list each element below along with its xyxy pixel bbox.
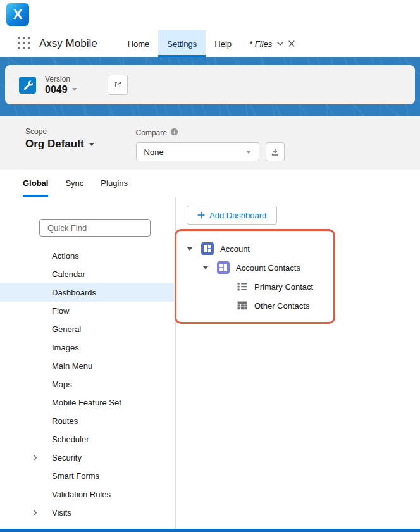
sidebar-item-validation-rules[interactable]: Validation Rules: [0, 485, 175, 504]
version-value: 0049: [45, 84, 68, 96]
sidebar-list: Actions Calendar Dashboards Flow General…: [0, 247, 175, 522]
tree-item-primary-contact[interactable]: Primary Contact: [176, 277, 333, 296]
setup-wrench-icon: [19, 77, 36, 94]
tree-item-account-contacts[interactable]: Account Contacts: [176, 258, 333, 277]
scope-value: Org Default: [25, 138, 84, 151]
plus-icon: [197, 211, 205, 219]
expand-caret-icon[interactable]: [187, 247, 193, 251]
sidebar-item-label: Scheduler: [52, 435, 89, 444]
annotation-highlight-box: Account Account Contacts: [175, 229, 335, 324]
add-dashboard-button[interactable]: Add Dashboard: [187, 206, 277, 225]
sidebar-item-label: Flow: [52, 306, 69, 316]
account-contacts-object-icon: [217, 261, 230, 274]
download-icon: [271, 147, 280, 156]
version-label: Version: [45, 75, 77, 84]
sidebar-item-visits[interactable]: Visits: [0, 504, 175, 522]
sidebar-item-label: General: [52, 325, 81, 334]
sidebar-item-images[interactable]: Images: [0, 338, 175, 357]
sidebar-item-label: Visits: [52, 508, 71, 517]
tab-files-label: * Files: [249, 39, 272, 49]
tab-files[interactable]: * Files: [240, 30, 304, 57]
caret-down-icon: [72, 88, 77, 91]
app-logo-icon[interactable]: X: [6, 3, 29, 26]
setup-banner: Version 0049: [0, 57, 420, 116]
sidebar-item-mobile-feature-set[interactable]: Mobile Feature Set: [0, 393, 175, 412]
compare-select-value: None: [144, 147, 164, 157]
sidebar-item-label: Main Menu: [52, 361, 92, 371]
tree-item-label: Other Contacts: [254, 301, 309, 311]
sidebar-item-actions[interactable]: Actions: [0, 247, 175, 265]
global-header: Axsy Mobile Home Settings Help * Files: [0, 30, 420, 57]
tree-item-label: Account Contacts: [236, 263, 300, 273]
table-icon: [236, 299, 249, 312]
download-button[interactable]: [266, 142, 285, 161]
scope-label: Scope: [25, 127, 94, 136]
sidebar-item-label: Routes: [52, 416, 78, 426]
quick-find-input[interactable]: [39, 219, 151, 237]
version-bar: Version 0049: [5, 65, 415, 104]
sidebar-item-label: Smart Forms: [52, 471, 99, 481]
caret-down-icon: [89, 143, 94, 146]
scope-block: Scope Org Default: [25, 127, 94, 170]
sidebar-item-smart-forms[interactable]: Smart Forms: [0, 467, 175, 485]
chevron-down-icon[interactable]: [277, 42, 283, 46]
sidebar-item-dashboards[interactable]: Dashboards: [0, 283, 175, 302]
scope-selector[interactable]: Org Default: [25, 138, 94, 151]
toolbar: Scope Org Default Compare None: [0, 116, 420, 170]
compare-select[interactable]: None: [136, 142, 259, 161]
new-window-icon: [113, 80, 122, 89]
sidebar-item-label: Actions: [52, 251, 79, 261]
version-selector[interactable]: 0049: [45, 84, 77, 96]
logo-letter: X: [13, 6, 23, 23]
chevron-right-icon[interactable]: [32, 509, 38, 516]
app-launcher-icon[interactable]: [18, 37, 32, 51]
sidebar-item-label: Validation Rules: [52, 490, 111, 499]
sidebar-item-flow[interactable]: Flow: [0, 302, 175, 320]
open-in-new-window-button[interactable]: [108, 75, 128, 95]
account-object-icon: [201, 242, 214, 255]
compare-label: Compare: [136, 128, 167, 137]
tab-sync[interactable]: Sync: [65, 170, 83, 197]
sidebar-item-label: Calendar: [52, 269, 85, 279]
caret-down-icon: [246, 151, 251, 154]
sidebar-item-security[interactable]: Security: [0, 448, 175, 467]
sidebar-item-label: Security: [52, 453, 82, 462]
sidebar-item-label: Images: [52, 343, 79, 352]
sidebar-item-label: Maps: [52, 380, 72, 389]
chevron-right-icon[interactable]: [32, 454, 38, 461]
tab-help[interactable]: Help: [206, 30, 240, 57]
sidebar-item-label: Mobile Feature Set: [52, 398, 121, 407]
sidebar-item-routes[interactable]: Routes: [0, 412, 175, 430]
tree-item-account[interactable]: Account: [176, 239, 333, 258]
settings-sidebar: Actions Calendar Dashboards Flow General…: [0, 197, 176, 529]
dashboards-panel: Add Dashboard Account Account Contacts: [176, 197, 420, 529]
tab-home[interactable]: Home: [119, 30, 159, 57]
tree-item-label: Primary Contact: [254, 282, 313, 292]
sidebar-item-scheduler[interactable]: Scheduler: [0, 430, 175, 448]
app-name: Axsy Mobile: [39, 37, 97, 50]
close-icon[interactable]: [288, 40, 295, 47]
compare-block: Compare None: [136, 127, 285, 170]
sidebar-item-general[interactable]: General: [0, 320, 175, 338]
main-area: Actions Calendar Dashboards Flow General…: [0, 197, 420, 529]
bottom-bar: [0, 529, 420, 532]
list-view-icon: [236, 280, 249, 293]
tab-global[interactable]: Global: [23, 170, 48, 197]
tree-item-label: Account: [220, 244, 250, 254]
info-icon[interactable]: [170, 127, 178, 139]
tree-item-other-contacts[interactable]: Other Contacts: [176, 296, 333, 315]
expand-caret-icon[interactable]: [202, 266, 209, 269]
content-tabs: Global Sync Plugins: [0, 170, 420, 197]
sidebar-item-label: Dashboards: [52, 288, 96, 297]
tab-settings[interactable]: Settings: [158, 30, 206, 57]
page: X Axsy Mobile Home Settings Help * Files: [0, 0, 420, 532]
tab-plugins[interactable]: Plugins: [101, 170, 128, 197]
sidebar-item-main-menu[interactable]: Main Menu: [0, 357, 175, 375]
version-text: Version 0049: [45, 75, 77, 96]
logo-row: X: [0, 0, 420, 30]
add-dashboard-label: Add Dashboard: [209, 211, 266, 220]
sidebar-item-maps[interactable]: Maps: [0, 375, 175, 393]
top-nav: Home Settings Help * Files: [119, 30, 304, 57]
sidebar-item-calendar[interactable]: Calendar: [0, 265, 175, 283]
